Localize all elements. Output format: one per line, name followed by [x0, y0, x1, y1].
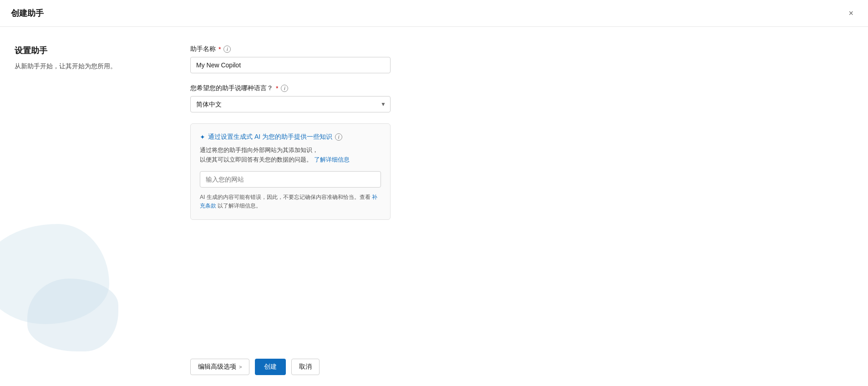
left-panel: 设置助手 从新助手开始，让其开始为您所用。: [0, 27, 168, 351]
ai-desc-line1: 通过将您的助手指向外部网站为其添加知识，: [200, 147, 318, 153]
ai-desc-line2: 以便其可以立即回答有关您的数据的问题。: [200, 156, 312, 163]
ai-knowledge-desc: 通过将您的助手指向外部网站为其添加知识， 以便其可以立即回答有关您的数据的问题。…: [200, 146, 381, 165]
language-info-icon[interactable]: i: [281, 85, 288, 92]
language-label: 您希望您的助手说哪种语言？ * i: [190, 84, 846, 92]
advanced-options-label: 编辑高级选项: [198, 363, 236, 371]
advanced-options-chevron-icon: >: [239, 364, 242, 370]
ai-knowledge-info-icon[interactable]: i: [335, 133, 342, 141]
name-label: 助手名称 * i: [190, 45, 846, 53]
dialog-body: 设置助手 从新助手开始，让其开始为您所用。 助手名称 * i 您希望您的助手说哪…: [0, 27, 868, 351]
ai-sparkle-icon: ✦: [200, 133, 205, 141]
ai-disclaimer: AI 生成的内容可能有错误，因此，不要忘记确保内容准确和恰当。查看 补充条款 以…: [200, 193, 381, 210]
cancel-button[interactable]: 取消: [291, 359, 320, 375]
right-panel: 助手名称 * i 您希望您的助手说哪种语言？ * i 简体中文 English: [168, 27, 868, 351]
language-form-group: 您希望您的助手说哪种语言？ * i 简体中文 English 日本語 한국어 D…: [190, 84, 846, 112]
ai-knowledge-learn-link[interactable]: 了解详细信息: [314, 156, 350, 163]
name-info-icon[interactable]: i: [223, 46, 231, 53]
ai-knowledge-title: ✦ 通过设置生成式 AI 为您的助手提供一些知识 i: [200, 133, 381, 141]
language-required-star: *: [276, 85, 278, 92]
language-select[interactable]: 简体中文 English 日本語 한국어 Deutsch Français Es…: [190, 96, 391, 112]
ai-knowledge-title-text: 通过设置生成式 AI 为您的助手提供一些知识: [208, 133, 332, 141]
dialog-footer: 编辑高级选项 > 创建 取消: [168, 351, 868, 386]
name-required-star: *: [218, 46, 221, 53]
disclaimer-text-1: AI 生成的内容可能有错误，因此，不要忘记确保内容准确和恰当。查看: [200, 194, 371, 200]
website-input[interactable]: [200, 171, 381, 188]
dialog-title: 创建助手: [11, 8, 44, 19]
blob-decoration-2: [27, 279, 118, 351]
name-form-group: 助手名称 * i: [190, 45, 846, 73]
close-button[interactable]: ×: [845, 7, 857, 19]
create-button[interactable]: 创建: [255, 359, 286, 375]
advanced-options-button[interactable]: 编辑高级选项 >: [190, 359, 249, 375]
setup-section-title: 设置助手: [15, 45, 154, 56]
language-label-text: 您希望您的助手说哪种语言？: [190, 84, 273, 92]
disclaimer-text-2: 以了解详细信息。: [218, 203, 261, 209]
name-label-text: 助手名称: [190, 45, 216, 53]
create-assistant-dialog: 创建助手 × 设置助手 从新助手开始，让其开始为您所用。 助手名称 * i: [0, 0, 868, 386]
dialog-header: 创建助手 ×: [0, 0, 868, 27]
ai-knowledge-box: ✦ 通过设置生成式 AI 为您的助手提供一些知识 i 通过将您的助手指向外部网站…: [190, 123, 391, 220]
assistant-name-input[interactable]: [190, 57, 391, 73]
language-select-wrapper: 简体中文 English 日本語 한국어 Deutsch Français Es…: [190, 96, 391, 112]
setup-section-desc: 从新助手开始，让其开始为您所用。: [15, 61, 154, 71]
